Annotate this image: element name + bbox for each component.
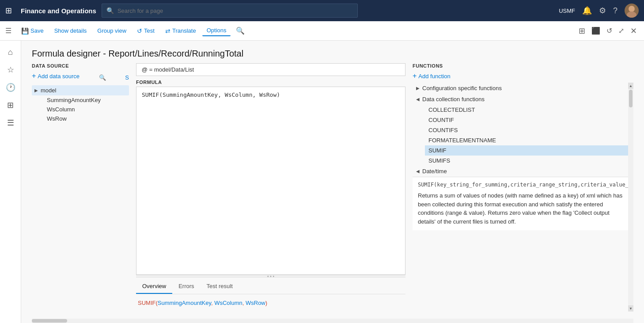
right-scrollbar[interactable]: ▲ ▼ xyxy=(628,83,633,312)
tab-overview[interactable]: Overview xyxy=(136,279,172,294)
show-details-button[interactable]: Show details xyxy=(50,26,91,36)
translate-icon: ⇄ xyxy=(165,27,170,34)
search-bar: 🔍 xyxy=(102,4,358,18)
chevron-right-icon: ▶ xyxy=(34,88,38,93)
settings-icon[interactable]: ⚙ xyxy=(599,6,606,15)
search-toolbar-icon[interactable]: 🔍 xyxy=(236,27,245,35)
main-layout: ⌂ ☆ 🕐 ⊞ ☰ Formula designer - Report/Line… xyxy=(0,41,644,323)
search-icon: 🔍 xyxy=(106,7,114,14)
chevron-down-icon: ◀ xyxy=(416,97,420,102)
tabs-row: Overview Errors Test result xyxy=(136,279,405,294)
formula-func: SUMIF( xyxy=(138,300,158,306)
functions-tree: ▶ Configuration specific functions ◀ Dat… xyxy=(413,83,628,177)
formula-param2: WsColumn xyxy=(214,300,242,306)
save-icon: 💾 xyxy=(21,27,29,34)
save-button[interactable]: 💾 Save xyxy=(17,26,48,36)
formula-path: @ = model/Data/List xyxy=(136,63,405,76)
plus-icon: + xyxy=(32,72,36,80)
bottom-scrollbar[interactable] xyxy=(32,319,633,323)
notification-icon[interactable]: 🔔 xyxy=(582,6,592,15)
top-right-icons: USMF 🔔 ⚙ ? xyxy=(559,4,639,18)
search-datasource-label[interactable]: S xyxy=(125,74,129,81)
scroll-thumb[interactable] xyxy=(629,90,633,107)
overview-formula: SUMIF(SummingAmountKey, WsColumn, WsRow) xyxy=(138,300,404,306)
add-function-link[interactable]: + Add function xyxy=(413,72,633,80)
overview-content: SUMIF(SummingAmountKey, WsColumn, WsRow) xyxy=(136,294,405,312)
formula-label: FORMULA xyxy=(136,76,405,87)
app-title: Finance and Operations xyxy=(21,7,96,15)
formula-editor[interactable]: SUMIF(SummingAmountKey, WsColumn, WsRow) xyxy=(136,87,405,275)
designer-icon[interactable]: ⊞ xyxy=(577,24,587,38)
hamburger-icon[interactable]: ☰ xyxy=(5,27,11,35)
data-source-header: DATA SOURCE xyxy=(32,63,129,68)
refresh-icon[interactable]: ↺ xyxy=(605,25,614,37)
scroll-down-button[interactable]: ▼ xyxy=(628,305,633,312)
tree-item-wscolumn[interactable]: WsColumn xyxy=(44,105,129,114)
func-item-sumif[interactable]: SUMIF xyxy=(425,145,628,156)
tree-item-wsrow[interactable]: WsRow xyxy=(44,114,129,123)
content-area: Formula designer - Report/Lines/Record/R… xyxy=(21,41,644,323)
test-button[interactable]: ↺ Test xyxy=(133,26,159,36)
grid-icon[interactable]: ⊞ xyxy=(5,6,12,15)
plus-icon: + xyxy=(413,72,417,80)
func-signature: SUMIF(key_string_for_summing,criteria_ra… xyxy=(418,182,623,188)
top-nav: ⊞ Finance and Operations 🔍 USMF 🔔 ⚙ ? xyxy=(0,0,644,21)
func-group-datetime[interactable]: ◀ Date/time xyxy=(413,166,628,177)
office-icon[interactable]: ⬛ xyxy=(590,25,602,37)
test-icon: ↺ xyxy=(137,27,142,34)
tree-children: SummingAmountKey WsColumn WsRow xyxy=(32,95,129,123)
resize-handle[interactable]: • • • xyxy=(136,275,405,277)
help-icon[interactable]: ? xyxy=(613,6,617,15)
favorites-icon[interactable]: ☆ xyxy=(3,62,19,78)
group-view-button[interactable]: Group view xyxy=(93,26,131,36)
toolbar: ☰ 💾 Save Show details Group view ↺ Test … xyxy=(0,21,644,41)
func-group-datacollection[interactable]: ◀ Data collection functions xyxy=(413,94,628,105)
side-icons: ⌂ ☆ 🕐 ⊞ ☰ xyxy=(0,41,21,323)
chevron-right-icon: ▶ xyxy=(416,86,420,91)
expand-icon[interactable]: ⤢ xyxy=(617,25,626,37)
translate-button[interactable]: ⇄ Translate xyxy=(161,26,201,36)
close-icon[interactable]: ✕ xyxy=(629,24,639,38)
data-source-panel: DATA SOURCE + Add data source 🔍 S ▶ mode… xyxy=(32,63,129,312)
add-data-source-link[interactable]: + Add data source xyxy=(32,72,80,80)
formula-param1: SummingAmountKey xyxy=(158,300,211,306)
tab-errors[interactable]: Errors xyxy=(172,279,200,294)
recent-icon[interactable]: 🕐 xyxy=(3,80,19,95)
func-item-collectedlist[interactable]: COLLECTEDLIST xyxy=(425,105,628,115)
avatar[interactable] xyxy=(625,4,639,18)
page-title: Formula designer - Report/Lines/Record/R… xyxy=(21,41,644,63)
toolbar-right: ⊞ ⬛ ↺ ⤢ ✕ xyxy=(577,24,639,38)
scroll-track xyxy=(628,89,633,305)
tree-item-model[interactable]: ▶ model xyxy=(32,85,129,95)
func-item-formatelementname[interactable]: FORMATELEMENTNAME xyxy=(425,135,628,145)
designer-layout: DATA SOURCE + Add data source 🔍 S ▶ mode… xyxy=(21,63,644,319)
tab-test-result[interactable]: Test result xyxy=(201,279,239,294)
functions-body: ▶ Configuration specific functions ◀ Dat… xyxy=(413,83,633,312)
chevron-left-icon: ◀ xyxy=(416,169,420,174)
search-datasource-icon[interactable]: 🔍 xyxy=(99,74,106,81)
modules-icon[interactable]: ☰ xyxy=(3,115,19,131)
center-panel: @ = model/Data/List FORMULA SUMIF(Summin… xyxy=(136,63,405,312)
scroll-up-button[interactable]: ▲ xyxy=(628,83,633,89)
svg-point-1 xyxy=(627,11,636,18)
functions-header: FUNCTIONS xyxy=(413,63,633,68)
func-group-config[interactable]: ▶ Configuration specific functions xyxy=(413,83,628,94)
func-item-sumifs[interactable]: SUMIFS xyxy=(425,156,628,166)
search-input[interactable] xyxy=(117,8,353,14)
workspaces-icon[interactable]: ⊞ xyxy=(3,97,19,113)
formula-param3: WsRow xyxy=(246,300,265,306)
user-company: USMF xyxy=(559,8,575,14)
functions-panel: FUNCTIONS + Add function ▶ Configuration… xyxy=(413,63,633,312)
svg-point-0 xyxy=(629,6,635,12)
func-desc-area: SUMIF(key_string_for_summing,criteria_ra… xyxy=(413,177,628,230)
home-icon[interactable]: ⌂ xyxy=(3,44,19,60)
func-description: Returns a sum of values of nodes (with n… xyxy=(418,191,623,226)
options-button[interactable]: Options xyxy=(202,25,231,36)
func-item-countifs[interactable]: COUNTIFS xyxy=(425,125,628,135)
tree-item-summingamountkey[interactable]: SummingAmountKey xyxy=(44,95,129,105)
func-children-datacollection: COLLECTEDLIST COUNTIF COUNTIFS FORMATELE… xyxy=(413,105,628,166)
func-item-countif[interactable]: COUNTIF xyxy=(425,115,628,125)
bottom-scroll-thumb[interactable] xyxy=(32,319,67,323)
